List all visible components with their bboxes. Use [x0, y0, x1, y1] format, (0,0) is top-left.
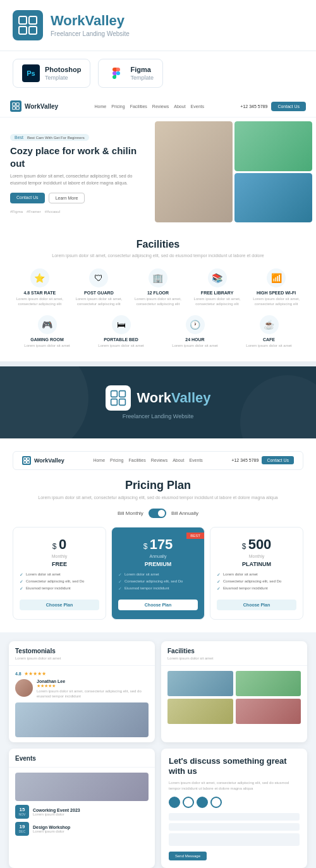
free-plan-name: FREE [20, 561, 99, 567]
testimonial-text: Lorem ipsum dolor sit amet, consectetur … [37, 689, 149, 699]
facility-floor: 🏢 12 FLOOR Lorem ipsum dolor sit amet, c… [131, 268, 185, 307]
pricing-section: WorkValley Home Pricing Facilities Revie… [0, 438, 316, 633]
facilities-preview-header: Facilities Lorem ipsum dolor sit amet [161, 641, 307, 665]
fac-thumb-2 [236, 671, 301, 696]
contact-name-field[interactable] [169, 813, 300, 821]
premium-choose-btn[interactable]: Choose Plan [118, 600, 198, 610]
svg-rect-2 [19, 27, 27, 34]
wifi-icon: 📶 [267, 268, 286, 287]
hero-right [151, 118, 316, 226]
facility-bed: 🛏 PORTABLE BED Lorem ipsum dolor sit ame… [87, 315, 155, 348]
facilities-preview-desc: Lorem ipsum dolor sit amet [167, 656, 301, 661]
guard-icon: 🛡 [89, 268, 108, 287]
testimonial-preview: Jonathan Lee ★★★★★ Lorem ipsum dolor sit… [15, 679, 149, 699]
svg-rect-11 [119, 399, 125, 405]
contact-message-field[interactable] [169, 833, 300, 846]
premium-features: ✓Lorem dolor sit amet ✓Consectetur adipi… [118, 572, 198, 591]
pricing-title: Pricing Plan [13, 479, 303, 492]
gaming-icon: 🎮 [38, 315, 57, 334]
floor-icon: 🏢 [149, 268, 167, 287]
cafe-icon: ☕ [260, 315, 279, 334]
figma-icon [107, 64, 125, 82]
event-info-1: Coworking Event 2023 Lorem ipsum dolor [33, 808, 80, 816]
figma-badge[interactable]: Figma Template [98, 59, 163, 88]
events-card: Events 15 NOV Coworking Event 2023 Lorem… [9, 749, 155, 867]
svg-rect-14 [24, 461, 27, 463]
platinum-price: $ 500 [217, 536, 296, 553]
hero-img-main [155, 121, 233, 222]
facilities-preview-title: Facilities [167, 648, 301, 654]
facilities-description: Lorem ipsum dolor sit amet, consectetur … [13, 253, 303, 260]
facility-post-guard: 🛡 POST GUARD Lorem ipsum dolor sit amet,… [72, 268, 126, 307]
website-preview: WorkValley Home Pricing Facilities Revie… [0, 95, 316, 226]
dark-brand-logo-icon [106, 385, 131, 411]
pricing-nav: WorkValley Home Pricing Facilities Revie… [13, 451, 303, 470]
contact-circles [169, 797, 300, 808]
facilities-preview-grid [167, 671, 301, 724]
photoshop-label-text: Photoshop Template [45, 66, 81, 80]
svg-rect-15 [27, 461, 30, 463]
hero-section: Best Best Cam With Get For Beginners Coz… [0, 118, 316, 226]
testimonials-card: Testomonials Lorem ipsum dolor sit amet … [9, 641, 155, 742]
event-item-1: 15 NOV Coworking Event 2023 Lorem ipsum … [15, 805, 149, 819]
dark-brand-tagline: Freelancer Landing Website [13, 413, 303, 419]
contact-circle-2 [183, 797, 194, 808]
platinum-features: ✓Lorem dolor sit amet ✓Consectetur adipi… [217, 572, 296, 591]
brand-logo-icon [13, 10, 43, 40]
testimonial-stars: ★★★★★ [37, 684, 149, 689]
svg-rect-4 [13, 103, 16, 106]
clock-icon: 🕐 [186, 315, 205, 334]
preview-cards-row: Testomonials Lorem ipsum dolor sit amet … [0, 632, 316, 868]
billing-toggle-switch[interactable] [149, 509, 166, 518]
hero-headline: Cozy place for work & chilin out [10, 145, 141, 169]
platinum-period: Monthly [217, 554, 296, 558]
contact-card-body: Let's discuss something great with us Lo… [161, 749, 307, 867]
hero-contact-btn[interactable]: Contact Us [10, 193, 45, 203]
contact-submit-btn[interactable]: Send Message [169, 852, 207, 860]
photoshop-icon: Ps [22, 64, 40, 82]
hero-img-top-right [234, 121, 312, 171]
free-choose-btn[interactable]: Choose Plan [20, 600, 99, 610]
platinum-choose-btn[interactable]: Choose Plan [217, 600, 296, 610]
premium-period: Annually [118, 554, 198, 558]
brand-header: WorkValley Freelancer Landing Website [0, 0, 316, 51]
testimonials-desc: Lorem ipsum dolor sit amet [15, 656, 149, 661]
svg-rect-6 [13, 107, 16, 110]
premium-plan-name: PREMIUM [118, 561, 198, 567]
contact-preview: Let's discuss something great with us Lo… [169, 756, 300, 860]
platinum-plan-name: PLATINUM [217, 561, 296, 567]
event-info-2: Design Workshop Lorem ipsum dolor [33, 825, 70, 833]
facility-gaming: 🎮 GAMING ROOM Lorem ipsum dolor sit amet [13, 315, 82, 348]
star-icon: ⭐ [30, 268, 49, 287]
facilities-preview-body [161, 666, 307, 729]
facility-cafe: ☕ CAFE Lorem ipsum dolor sit amet [234, 315, 303, 348]
pricing-card-free: $ 0 Monthly FREE ✓Lorem dolor sit amet ✓… [13, 527, 106, 620]
divider-1 [0, 361, 316, 366]
premium-price: $ 175 [118, 536, 198, 553]
fac-thumb-1 [167, 671, 233, 696]
testimonial-img [15, 702, 149, 737]
contact-email-field[interactable] [169, 823, 300, 831]
svg-rect-13 [27, 457, 30, 460]
hero-description: Lorem ipsum dolor sit amet, consectetur … [10, 173, 141, 186]
event-date-2: 19 DEC [15, 822, 29, 836]
svg-rect-1 [29, 16, 37, 24]
pricing-nav-brand: WorkValley [22, 456, 64, 465]
hero-img-bottom-right [234, 173, 312, 223]
facilities-grid-row1: ⭐ 4.8 STAR RATE Lorem ipsum dolor sit am… [13, 268, 303, 307]
testimonials-card-body: 4.8 ★★★★★ Jonathan Lee ★★★★★ Lorem ipsum… [9, 666, 155, 743]
free-price: $ 0 [20, 536, 99, 553]
contact-circle-3 [197, 797, 208, 808]
brand-name: WorkValley [51, 13, 130, 28]
events-card-header: Events [9, 749, 155, 768]
photoshop-badge[interactable]: Ps Photoshop Template [13, 59, 90, 88]
testimonial-name: Jonathan Lee [37, 679, 149, 684]
facilities-title: Facilities [13, 239, 303, 250]
contact-card: Let's discuss something great with us Lo… [161, 749, 307, 867]
figma-label-text: Figma Template [130, 66, 154, 80]
events-title: Events [15, 755, 149, 762]
hero-learn-btn[interactable]: Learn More [49, 193, 85, 203]
billing-monthly: Bill Monthly [118, 510, 143, 516]
svg-rect-12 [24, 457, 27, 460]
svg-rect-3 [29, 27, 37, 34]
